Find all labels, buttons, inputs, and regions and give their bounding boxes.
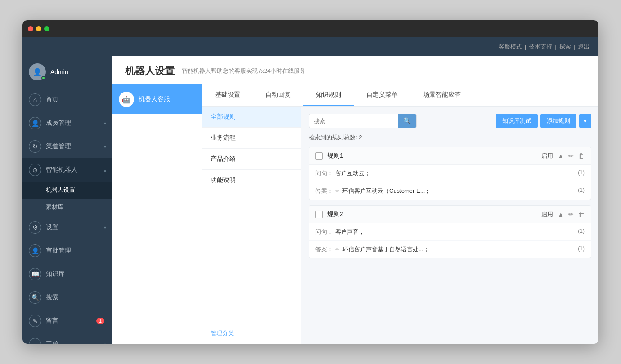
rule-1-enable-label: 启用: [541, 152, 553, 160]
online-indicator: [41, 76, 45, 80]
rule-2-question-count: (1): [578, 228, 585, 234]
sidebar-profile: 👤 Admin: [22, 56, 112, 88]
sidebar-label-settings: 设置: [46, 223, 104, 231]
sidebar-label-search: 搜索: [46, 293, 106, 302]
sidebar-item-comment[interactable]: ✎ 留言 1: [22, 309, 112, 333]
sidebar-label-workorder: 工单: [46, 340, 104, 344]
rule-1-expand-icon[interactable]: ▲: [558, 152, 564, 160]
channel-icon: ↻: [29, 140, 41, 153]
rule-2-delete-icon[interactable]: 🗑: [578, 211, 585, 218]
settings-arrow: ▾: [104, 225, 106, 230]
rule-1-question-count: (1): [578, 169, 585, 176]
sidebar-item-search[interactable]: 🔍 搜索: [22, 286, 112, 309]
rule-1-answer-edit-icon: ✏: [335, 188, 340, 194]
robot-name: 机器人客服: [139, 95, 170, 103]
sidebar-item-knowledge[interactable]: 📖 知识库: [22, 262, 112, 286]
robot-icon: ⊙: [29, 164, 41, 176]
sidebar-label-approval: 审批管理: [46, 247, 106, 255]
category-all[interactable]: 全部规则: [202, 107, 301, 128]
tab-scene-reply[interactable]: 场景智能应答: [410, 84, 473, 106]
rule-2-answer-label: 答案：: [315, 245, 335, 253]
settings-icon: ⚙: [29, 221, 41, 234]
sidebar-sub-material[interactable]: 素材库: [22, 199, 112, 216]
rule-1-checkbox[interactable]: [315, 152, 323, 160]
sidebar-item-member[interactable]: 👤 成员管理 ▾: [22, 111, 112, 135]
home-icon: ⌂: [29, 93, 41, 106]
rule-1-answer-count: (1): [578, 187, 585, 193]
rule-2-answer-text: 环信客户声音基于自然语言处...；: [342, 245, 429, 253]
page-header: 机器人设置 智能机器人帮助您的客服实现7x24小时在线服务: [112, 56, 598, 84]
robot-arrow: ▴: [104, 168, 106, 173]
rule-2-edit-icon[interactable]: ✏: [568, 211, 574, 218]
rule-2-expand-icon[interactable]: ▲: [558, 211, 564, 218]
tab-knowledge-rules[interactable]: 知识规则: [303, 84, 354, 106]
sidebar-item-home[interactable]: ⌂ 首页: [22, 88, 112, 111]
profile-name: Admin: [50, 68, 68, 75]
robot-item[interactable]: 🤖 机器人客服: [112, 84, 202, 114]
topbar-links: 客服模式 | 技术支持 | 探索 | 退出: [499, 43, 590, 51]
main-panel: 基础设置 自动回复 知识规则 自定义菜单 场景智能应答 全部规则 业务流程 产品…: [202, 84, 598, 344]
rule-2-header: 规则2 启用 ▲ ✏ 🗑: [309, 206, 591, 223]
sidebar: 👤 Admin ⌂ 首页 👤 成员管理 ▾ ↻ 渠道管理 ▾: [22, 56, 112, 344]
sidebar-item-robot[interactable]: ⊙ 智能机器人 ▴: [22, 158, 112, 182]
action-buttons: 知识库测试 添加规则 ▾: [496, 114, 591, 128]
sidebar-item-workorder[interactable]: ☰ 工单 ▾: [22, 333, 112, 344]
topbar-link-logout[interactable]: 退出: [578, 43, 590, 51]
search-input[interactable]: [309, 115, 398, 128]
minimize-dot[interactable]: [36, 26, 41, 31]
avatar: 👤: [29, 63, 46, 80]
rule-2-name: 规则2: [327, 210, 541, 218]
sidebar-item-approval[interactable]: 👤 审批管理: [22, 239, 112, 262]
rule-1-header: 规则1 启用 ▲ ✏ 🗑: [309, 147, 591, 165]
page-title: 机器人设置: [125, 64, 175, 78]
sidebar-sub-label-robot-settings: 机器人设置: [46, 186, 75, 194]
category-business[interactable]: 业务流程: [202, 128, 301, 149]
sidebar-item-settings[interactable]: ⚙ 设置 ▾: [22, 216, 112, 239]
rule-1-question-content: 客户互动云；: [335, 169, 578, 178]
topbar-link-kefu[interactable]: 客服模式: [499, 43, 522, 51]
sidebar-item-channel[interactable]: ↻ 渠道管理 ▾: [22, 135, 112, 158]
tab-basic[interactable]: 基础设置: [202, 84, 253, 106]
rule-2-checkbox[interactable]: [315, 211, 323, 218]
member-arrow: ▾: [104, 121, 106, 126]
add-rule-button[interactable]: 添加规则: [540, 114, 576, 128]
topbar-link-explore[interactable]: 探索: [559, 43, 571, 51]
category-product[interactable]: 产品介绍: [202, 149, 301, 170]
rule-1-edit-icon[interactable]: ✏: [568, 152, 574, 160]
close-dot[interactable]: [28, 26, 33, 31]
category-feature[interactable]: 功能说明: [202, 170, 301, 191]
maximize-dot[interactable]: [44, 26, 50, 31]
search-bar: 🔍 知识库测试 添加规则 ▾: [309, 114, 591, 128]
robot-avatar: 🤖: [119, 92, 134, 107]
rule-2-answer-content: ✏ 环信客户声音基于自然语言处...；: [335, 245, 578, 253]
knowledge-icon: 📖: [29, 268, 41, 280]
rule-1-question-label: 问句：: [315, 169, 335, 178]
manage-categories-link[interactable]: 管理分类: [202, 323, 301, 344]
tab-auto-reply[interactable]: 自动回复: [253, 84, 303, 106]
titlebar: [22, 20, 598, 37]
sidebar-sub-robot-settings[interactable]: 机器人设置: [22, 182, 112, 199]
approval-icon: 👤: [29, 244, 41, 257]
rule-1-delete-icon[interactable]: 🗑: [578, 152, 585, 160]
rule-2-answer-edit-icon: ✏: [335, 246, 340, 253]
rule-2-question-content: 客户声音；: [335, 228, 578, 236]
result-count: 检索到的规则总数: 2: [309, 133, 591, 142]
rule-2-answer-row: 答案： ✏ 环信客户声音基于自然语言处...； (1): [309, 241, 591, 258]
knowledge-test-button[interactable]: 知识库测试: [496, 114, 538, 128]
topbar-link-support[interactable]: 技术支持: [529, 43, 552, 51]
tab-custom-menu[interactable]: 自定义菜单: [354, 84, 410, 106]
search-input-wrap: 🔍: [309, 114, 417, 128]
topbar-sep-1: |: [525, 44, 526, 50]
tabs-bar: 基础设置 自动回复 知识规则 自定义菜单 场景智能应答: [202, 84, 598, 107]
rule-1-actions: 启用 ▲ ✏ 🗑: [541, 152, 585, 160]
sidebar-label-member: 成员管理: [46, 119, 104, 127]
sidebar-label-knowledge: 知识库: [46, 270, 106, 278]
sidebar-label-comment: 留言: [46, 317, 96, 325]
rule-1-answer-text: 环信客户互动云（Customer E...；: [342, 187, 431, 195]
channel-arrow: ▾: [104, 144, 106, 149]
add-rule-dropdown[interactable]: ▾: [579, 114, 591, 128]
search-button[interactable]: 🔍: [398, 114, 416, 128]
comment-icon: ✎: [29, 315, 41, 327]
page-header-row: 机器人设置 智能机器人帮助您的客服实现7x24小时在线服务: [125, 64, 586, 78]
categories-panel: 全部规则 业务流程 产品介绍 功能说明 管理分类: [202, 107, 302, 344]
